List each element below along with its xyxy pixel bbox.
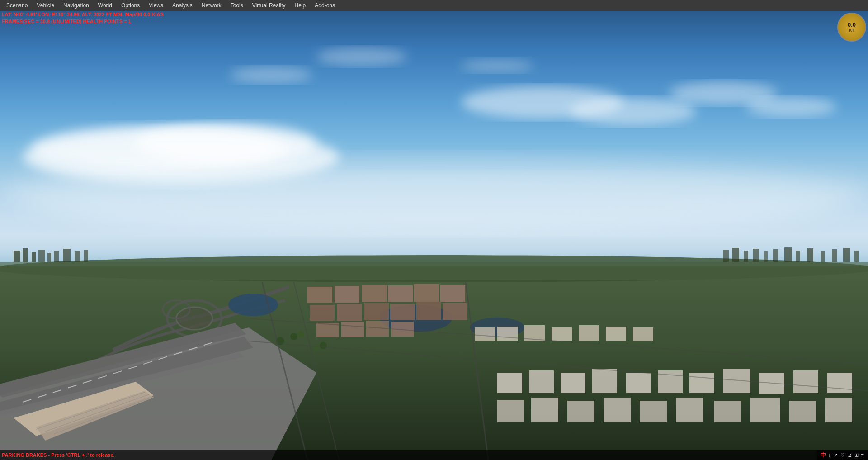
svg-point-97	[290, 333, 297, 340]
svg-rect-59	[475, 327, 495, 341]
svg-rect-26	[744, 251, 748, 262]
tray-icon-2[interactable]: ♪	[827, 452, 832, 458]
svg-rect-64	[606, 327, 626, 341]
svg-rect-75	[793, 370, 818, 393]
svg-point-101	[320, 342, 327, 349]
tray-icon-3[interactable]: ↗	[832, 452, 839, 458]
svg-rect-29	[773, 249, 778, 262]
menu-addons[interactable]: Add-ons	[310, 0, 340, 11]
speed-unit: KT	[849, 28, 854, 33]
svg-rect-44	[335, 286, 359, 303]
svg-rect-18	[38, 250, 45, 262]
tray-icon-7[interactable]: ≡	[860, 452, 865, 458]
svg-rect-86	[825, 398, 852, 422]
svg-rect-68	[561, 373, 585, 393]
svg-rect-72	[689, 373, 714, 393]
system-tray: 中 ♪ ↗ ♡ ⊿ ⊞ ≡	[817, 450, 868, 460]
svg-rect-52	[390, 304, 415, 320]
svg-rect-65	[633, 327, 653, 341]
menu-bar: Scenario Vehicle Navigation World Option…	[0, 0, 868, 11]
svg-rect-80	[604, 398, 631, 422]
svg-rect-49	[310, 305, 335, 321]
svg-rect-31	[796, 251, 800, 262]
menu-scenario[interactable]: Scenario	[2, 0, 32, 11]
svg-rect-67	[529, 370, 554, 393]
menu-views[interactable]: Views	[144, 0, 168, 11]
svg-rect-77	[497, 400, 524, 422]
svg-rect-23	[84, 250, 88, 262]
status-line1: LAT: N40° 4.91' LON: E116° 34.96' ALT: 3…	[2, 11, 164, 18]
svg-rect-43	[307, 287, 332, 303]
svg-rect-30	[784, 247, 792, 262]
svg-point-98	[297, 331, 304, 337]
speed-value: 0.0	[848, 22, 856, 28]
svg-rect-82	[676, 398, 703, 422]
menu-vr[interactable]: Virtual Reality	[248, 0, 290, 11]
menu-tools[interactable]: Tools	[226, 0, 248, 11]
svg-rect-54	[443, 303, 467, 320]
svg-rect-17	[32, 252, 36, 262]
status-bar-bottom: PARKING BRAKES - Press 'CTRL + .' to rel…	[0, 450, 868, 460]
svg-rect-33	[821, 251, 825, 262]
svg-rect-24	[723, 250, 729, 262]
svg-rect-84	[750, 398, 780, 422]
menu-network[interactable]: Network	[197, 0, 226, 11]
svg-rect-70	[626, 373, 651, 393]
status-overlay: LAT: N40° 4.91' LON: E116° 34.96' ALT: 3…	[2, 11, 164, 25]
svg-rect-56	[341, 322, 364, 337]
svg-rect-78	[531, 398, 558, 422]
status-line2: FRAMES/SEC = 30.8 (UNLIMITED) HEALTH POI…	[2, 18, 164, 25]
svg-rect-25	[732, 248, 739, 262]
svg-point-100	[313, 345, 320, 351]
svg-rect-81	[640, 401, 667, 422]
parking-message: PARKING BRAKES - Press 'CTRL + .' to rel…	[0, 452, 115, 458]
svg-rect-66	[497, 373, 522, 393]
svg-rect-45	[362, 285, 387, 302]
svg-rect-14	[0, 262, 868, 280]
svg-rect-28	[764, 251, 768, 262]
svg-rect-46	[388, 285, 413, 302]
tray-icon-6[interactable]: ⊞	[853, 452, 860, 458]
menu-world[interactable]: World	[94, 0, 117, 11]
svg-rect-32	[807, 248, 813, 262]
svg-rect-15	[14, 251, 20, 262]
svg-rect-85	[789, 401, 816, 422]
svg-rect-20	[54, 251, 59, 262]
svg-rect-21	[63, 249, 71, 262]
svg-rect-50	[337, 304, 362, 321]
svg-rect-60	[497, 327, 518, 341]
tray-icon-4[interactable]: ♡	[839, 452, 846, 458]
svg-rect-48	[440, 285, 465, 302]
svg-rect-63	[579, 325, 599, 341]
menu-analysis[interactable]: Analysis	[168, 0, 197, 11]
svg-rect-35	[843, 248, 850, 262]
menu-navigation[interactable]: Navigation	[59, 0, 94, 11]
menu-vehicle[interactable]: Vehicle	[32, 0, 59, 11]
svg-rect-36	[854, 251, 859, 262]
menu-help[interactable]: Help	[290, 0, 311, 11]
svg-rect-79	[567, 401, 594, 422]
svg-rect-76	[827, 373, 852, 393]
menu-options[interactable]: Options	[117, 0, 144, 11]
terrain-scene	[0, 11, 868, 460]
svg-rect-27	[753, 249, 759, 262]
svg-rect-47	[414, 284, 439, 302]
tray-icon-5[interactable]: ⊿	[846, 452, 853, 458]
svg-rect-53	[416, 302, 441, 320]
svg-rect-62	[552, 327, 572, 341]
svg-rect-34	[832, 249, 837, 262]
speed-indicator: 0.0 KT	[837, 13, 866, 42]
svg-rect-83	[714, 401, 741, 422]
svg-rect-22	[75, 251, 80, 262]
sim-viewport: 0.0 KT	[0, 11, 868, 460]
svg-rect-19	[47, 253, 51, 262]
svg-rect-51	[364, 303, 389, 320]
tray-icon-1[interactable]: 中	[820, 451, 827, 459]
svg-rect-69	[592, 369, 617, 393]
svg-rect-16	[23, 248, 28, 262]
